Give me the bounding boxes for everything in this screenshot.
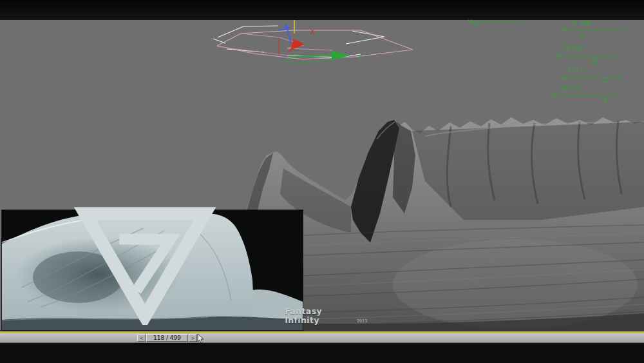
slider-position-marker[interactable] [475,23,479,26]
slider-end-handle[interactable] [614,94,617,97]
slider-position-marker[interactable]: 46 [591,58,597,66]
slider-manipulator-4[interactable]: 266.75 Min 4 [553,86,617,98]
slider-min-label: Min [560,75,569,80]
watermark-text: Fantasy Infinity [285,307,352,325]
application-window: X Y Min 65.988 Min 0 50.982 Min [0,0,644,363]
y-axis-label: Y [357,55,362,61]
top-letterbox-bar [0,0,644,20]
slider-position-marker[interactable]: 4 [604,98,608,106]
slider-value-label: 175.0 [568,68,621,74]
slider-end-handle[interactable] [611,54,614,57]
time-slider-handle[interactable]: 118 / 499 [146,334,188,342]
slider-track [565,55,609,56]
watermark-year: 2013 [357,318,368,325]
slider-value-label: 266.75 [560,86,617,92]
previous-frame-button[interactable]: < [137,334,146,342]
slider-min-label: Min [555,54,564,58]
slider-track [573,30,620,31]
slider-track [478,21,515,22]
slider-value-label: 50.982 [563,46,614,52]
slider-manipulator-3[interactable]: 175.0 Min 4 [560,68,621,80]
slider-manipulator-2[interactable]: 50.982 Min 46 [555,46,614,58]
slider-manipulator-0[interactable]: Min [468,19,520,24]
watermark: Fantasy Infinity 2013 [10,205,368,325]
slider-end-handle[interactable] [517,20,520,23]
slider-min-label: Min [563,28,571,33]
slider-end-handle[interactable] [618,76,621,79]
slider-manipulator-1[interactable]: 65.988 Min 0 [563,21,625,33]
x-axis-label: X [310,28,315,35]
slider-track [563,95,612,96]
slider-min-label: Min [553,93,561,98]
slider-position-marker[interactable]: 0 [580,33,583,41]
next-frame-button[interactable]: > [189,334,197,342]
bottom-letterbox-bar [0,343,644,363]
slider-track [571,77,616,78]
render-preview-window: Fantasy Infinity 2013 [2,210,303,330]
fantasy-infinity-logo-icon [10,205,280,325]
slider-end-handle[interactable] [621,29,625,32]
time-slider-track[interactable]: < 118 / 499 > [0,333,644,343]
slider-value-label: 65.988 [571,21,625,26]
